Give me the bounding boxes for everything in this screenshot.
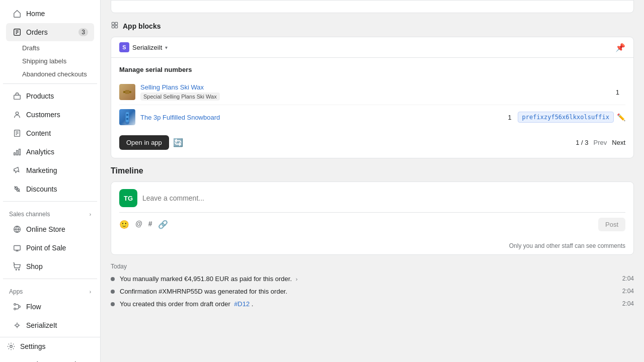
sidebar-item-products[interactable]: Products [6, 87, 94, 105]
post-button[interactable]: Post [598, 218, 625, 231]
svg-rect-14 [14, 246, 21, 250]
svg-rect-10 [14, 153, 16, 155]
svg-rect-33 [126, 114, 128, 116]
snowboard-name[interactable]: The 3p Fulfilled Snowboard [140, 114, 502, 121]
event-text-2: Confirmation #XMHRNP55D was generated fo… [120, 288, 617, 295]
event-time-1: 2:04 [622, 275, 634, 282]
discounts-icon [12, 184, 22, 194]
sales-channels-section[interactable]: Sales channels › [3, 205, 97, 220]
orders-badge: 3 [78, 28, 88, 36]
serial-numbers-body: Manage serial numbers Selling Plans Ski … [111, 58, 633, 158]
pin-icon[interactable]: 📌 [615, 43, 625, 52]
pagination-row: Open in app 🔄 1 / 3 Prev Next [119, 135, 625, 150]
sidebar-item-abandoned-checkouts[interactable]: Abandoned checkouts [19, 68, 94, 80]
draft-order-link[interactable]: #D12 [234, 300, 250, 308]
timeline-section: Timeline TG 🙂 @ # 🔗 Po [111, 166, 634, 308]
app-blocks-section: App blocks S Serializeilt ▾ 📌 Manage ser… [111, 21, 634, 158]
sidebar-item-point-of-sale[interactable]: Point of Sale [6, 239, 94, 257]
orders-icon [12, 27, 22, 37]
sidebar-item-discounts[interactable]: Discounts [6, 180, 94, 198]
app-blocks-card: S Serializeilt ▾ 📌 Manage serial numbers [111, 37, 634, 158]
app-name-label: Serializeilt [132, 44, 162, 51]
tag-icon[interactable]: # [148, 220, 152, 229]
edit-serial-icon[interactable]: ✏️ [617, 113, 625, 121]
discounts-label: Discounts [26, 185, 57, 193]
refresh-icon[interactable]: 🔄 [173, 138, 183, 147]
sidebar-item-orders[interactable]: Orders 3 [6, 23, 94, 41]
point-of-sale-label: Point of Sale [26, 244, 66, 252]
event-chevron-1[interactable]: › [296, 276, 298, 282]
page-navigation: 1 / 3 Prev Next [576, 139, 625, 146]
mention-icon[interactable]: @ [135, 220, 142, 229]
event-time-3: 2:04 [622, 300, 634, 307]
sidebar-bottom: Settings Developer Console ⓘ Non-transfe… [0, 337, 100, 362]
shop-label: Shop [26, 262, 43, 270]
top-partial-card [111, 0, 634, 13]
content-icon [12, 128, 22, 138]
manage-serial-title: Manage serial numbers [119, 66, 625, 73]
flow-label: Flow [26, 303, 41, 311]
svg-point-23 [10, 345, 13, 348]
sidebar-item-shop[interactable]: Shop [6, 257, 94, 276]
svg-point-22 [16, 324, 18, 326]
sidebar-divider-2 [3, 201, 97, 202]
sidebar-item-serializeit[interactable]: SerializeIt [6, 316, 94, 334]
sidebar: Home Orders 3 Drafts Shipping labels Aba… [0, 0, 101, 362]
svg-rect-25 [112, 22, 114, 25]
customers-icon [12, 110, 22, 120]
serializeit-label: SerializeIt [26, 321, 57, 329]
svg-rect-26 [115, 22, 118, 25]
comment-toolbar: 🙂 @ # 🔗 Post [119, 212, 625, 231]
analytics-label: Analytics [26, 148, 54, 156]
timeline-dot-1 [111, 277, 115, 281]
svg-point-17 [16, 269, 17, 270]
products-label: Products [26, 92, 54, 100]
settings-icon [6, 341, 16, 351]
link-icon[interactable]: 🔗 [158, 220, 168, 229]
orders-label: Orders [26, 28, 48, 36]
sidebar-item-content[interactable]: Content [6, 124, 94, 142]
app-header: S Serializeilt ▾ 📌 [111, 37, 633, 58]
ski-wax-info: Selling Plans Ski Wax Special Selling Pl… [140, 83, 610, 101]
sidebar-item-customers[interactable]: Customers [6, 106, 94, 124]
content-label: Content [26, 129, 51, 137]
timeline-event-2: Confirmation #XMHRNP55D was generated fo… [111, 288, 634, 295]
sidebar-item-developer-console[interactable]: Developer Console [0, 355, 100, 362]
page-info: 1 / 3 [576, 139, 588, 146]
open-in-app-button[interactable]: Open in app [119, 135, 169, 150]
ski-wax-name[interactable]: Selling Plans Ski Wax [140, 83, 610, 91]
app-blocks-title: App blocks [111, 21, 634, 31]
app-selector[interactable]: S Serializeilt ▾ [119, 42, 168, 52]
home-icon [12, 9, 22, 19]
sidebar-item-flow[interactable]: Flow [6, 298, 94, 316]
svg-rect-32 [126, 112, 129, 122]
sidebar-item-marketing[interactable]: Marketing [6, 161, 94, 179]
emoji-icon[interactable]: 🙂 [119, 220, 129, 229]
shop-icon [12, 261, 22, 272]
prev-button[interactable]: Prev [594, 139, 607, 146]
sidebar-item-online-store[interactable]: Online Store [6, 220, 94, 238]
svg-rect-4 [14, 95, 21, 99]
sidebar-item-analytics[interactable]: Analytics [6, 143, 94, 161]
sidebar-item-home[interactable]: Home [6, 5, 94, 23]
comment-input[interactable] [142, 194, 625, 202]
next-button[interactable]: Next [612, 139, 625, 146]
ski-wax-thumbnail [119, 84, 135, 100]
svg-rect-11 [17, 150, 18, 155]
sales-channels-expand-icon: › [90, 212, 91, 217]
svg-point-21 [14, 308, 16, 310]
apps-expand-icon: › [90, 289, 91, 295]
sidebar-item-shipping-labels[interactable]: Shipping labels [19, 55, 94, 67]
online-store-icon [12, 224, 22, 234]
customers-label: Customers [26, 111, 60, 119]
svg-rect-34 [126, 118, 128, 120]
apps-section[interactable]: Apps › [3, 282, 97, 297]
svg-point-5 [16, 112, 18, 115]
timeline-events: Today You manually marked €4,951.80 EUR … [111, 263, 634, 308]
event-text-3: You created this order from draft order … [120, 300, 617, 308]
sidebar-divider-1 [3, 83, 97, 84]
app-dropdown-icon: ▾ [165, 45, 168, 50]
sidebar-item-settings[interactable]: Settings [0, 337, 100, 355]
sidebar-item-drafts[interactable]: Drafts [19, 42, 94, 54]
svg-rect-30 [125, 90, 129, 94]
